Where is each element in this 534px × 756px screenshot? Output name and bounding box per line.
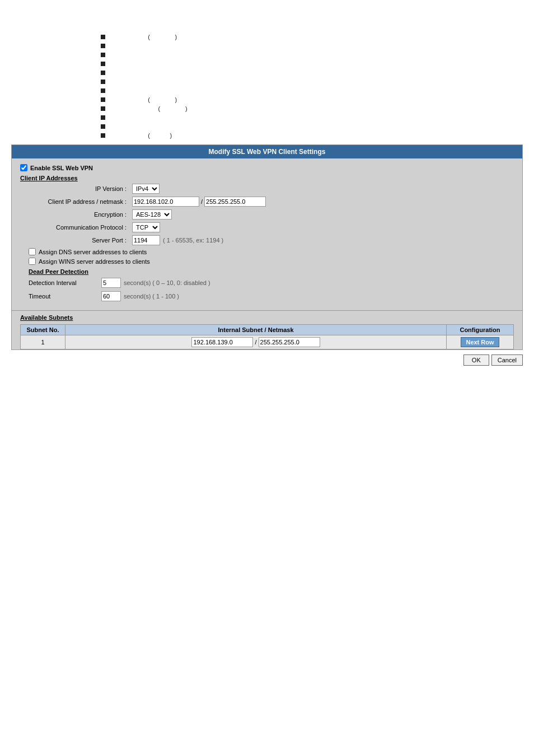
- comm-protocol-row: Communication Protocol : TCP UDP: [20, 222, 514, 232]
- bullet-icon: [101, 88, 105, 93]
- col-internal-subnet: Internal Subnet / Netmask: [65, 325, 447, 335]
- list-item: [101, 114, 523, 121]
- dead-peer-title: Dead Peer Detection: [29, 268, 514, 275]
- bottom-buttons: OK Cancel: [11, 354, 523, 366]
- bullet-icon: [101, 124, 105, 129]
- detection-interval-hint: second(s) ( 0 – 10, 0: disabled ): [124, 279, 210, 286]
- subnet-value-cell: /: [65, 335, 447, 349]
- bullet-icon: [101, 115, 105, 120]
- client-ip-label: Client IP address / netmask :: [20, 198, 132, 205]
- bullet-icon: [101, 133, 105, 138]
- bullet-icon: [101, 106, 105, 111]
- timeout-input[interactable]: [101, 291, 121, 301]
- next-row-button[interactable]: Next Row: [461, 337, 499, 347]
- netmask-input[interactable]: [259, 337, 320, 347]
- assign-wins-label: Assign WINS server addresses to clients: [39, 258, 150, 265]
- enable-ssl-row: Enable SSL Web VPN: [20, 164, 514, 171]
- list-item: [101, 43, 523, 49]
- subnets-table: Subnet No. Internal Subnet / Netmask Con…: [20, 324, 514, 349]
- dead-peer-section: Dead Peer Detection Detection Interval s…: [29, 268, 514, 301]
- assign-dns-row: Assign DNS server addresses to clients: [29, 248, 514, 255]
- col-subnet-no: Subnet No.: [21, 325, 65, 335]
- server-port-hint: ( 1 - 65535, ex: 1194 ): [163, 237, 223, 244]
- list-item: ( ): [101, 132, 523, 139]
- bullet-icon: [101, 97, 105, 102]
- subnet-no-cell: 1: [21, 335, 65, 349]
- assign-dns-label: Assign DNS server addresses to clients: [39, 249, 147, 255]
- comm-protocol-label: Communication Protocol :: [20, 224, 132, 231]
- subnet-input[interactable]: [191, 337, 253, 347]
- dialog-panel: Modify SSL Web VPN Client Settings Enabl…: [11, 144, 523, 350]
- enable-ssl-checkbox[interactable]: [20, 164, 27, 171]
- table-row: 1 / Next Row: [21, 335, 514, 349]
- encryption-select[interactable]: AES-128 AES-256 3DES: [132, 209, 172, 220]
- client-ip-section-label: Client IP Addresses: [20, 175, 514, 181]
- list-item: ( ): [101, 34, 523, 40]
- ip-version-select[interactable]: IPv4 IPv6: [132, 184, 160, 194]
- server-port-row: Server Port : ( 1 - 65535, ex: 1194 ): [20, 235, 514, 245]
- ip-version-row: IP Version : IPv4 IPv6: [20, 184, 514, 194]
- list-item: ( ): [101, 105, 523, 112]
- assign-wins-checkbox[interactable]: [29, 258, 36, 265]
- ok-button[interactable]: OK: [463, 354, 489, 366]
- list-item: ( ): [101, 96, 523, 103]
- page-wrapper: ( ): [0, 0, 534, 377]
- detection-interval-input[interactable]: [101, 278, 121, 288]
- col-configuration: Configuration: [447, 325, 514, 335]
- client-netmask-input[interactable]: [204, 197, 266, 207]
- slash-sep: /: [255, 339, 256, 346]
- detection-interval-row: Detection Interval second(s) ( 0 – 10, 0…: [29, 278, 514, 288]
- bullet-icon: [101, 71, 105, 75]
- bullet-icon: [101, 44, 105, 48]
- subnets-title: Available Subnets: [20, 314, 514, 321]
- list-item: [101, 87, 523, 94]
- list-item: [101, 78, 523, 85]
- comm-protocol-select[interactable]: TCP UDP: [132, 222, 160, 232]
- encryption-label: Encryption :: [20, 211, 132, 218]
- bullet-icon: [101, 80, 105, 84]
- dialog-title: Modify SSL Web VPN Client Settings: [12, 145, 522, 158]
- encryption-row: Encryption : AES-128 AES-256 3DES: [20, 209, 514, 220]
- enable-ssl-label: Enable SSL Web VPN: [30, 165, 93, 171]
- list-item: [101, 52, 523, 58]
- detection-interval-label: Detection Interval: [29, 279, 101, 286]
- dialog-body: Enable SSL Web VPN Client IP Addresses I…: [12, 158, 522, 310]
- assign-dns-checkbox[interactable]: [29, 248, 36, 255]
- timeout-row: Timeout second(s) ( 1 - 100 ): [29, 291, 514, 301]
- list-item: [101, 123, 523, 130]
- timeout-hint: second(s) ( 1 - 100 ): [124, 293, 179, 300]
- config-cell: Next Row: [447, 335, 514, 349]
- subnets-section: Available Subnets Subnet No. Internal Su…: [12, 310, 522, 349]
- bullet-icon: [101, 53, 105, 57]
- list-item: [101, 60, 523, 67]
- bullet-icon: [101, 35, 105, 39]
- list-item: [101, 69, 523, 76]
- timeout-label: Timeout: [29, 293, 101, 300]
- bullet-icon: [101, 62, 105, 66]
- cancel-button[interactable]: Cancel: [491, 354, 523, 366]
- ip-version-label: IP Version :: [20, 185, 132, 192]
- server-port-input[interactable]: [132, 235, 160, 245]
- slash-sep: /: [201, 198, 203, 205]
- assign-wins-row: Assign WINS server addresses to clients: [29, 258, 514, 265]
- bullet-list-area: ( ): [101, 34, 523, 139]
- server-port-label: Server Port :: [20, 237, 132, 244]
- client-ip-row: Client IP address / netmask : /: [20, 197, 514, 207]
- client-ip-input[interactable]: [132, 197, 199, 207]
